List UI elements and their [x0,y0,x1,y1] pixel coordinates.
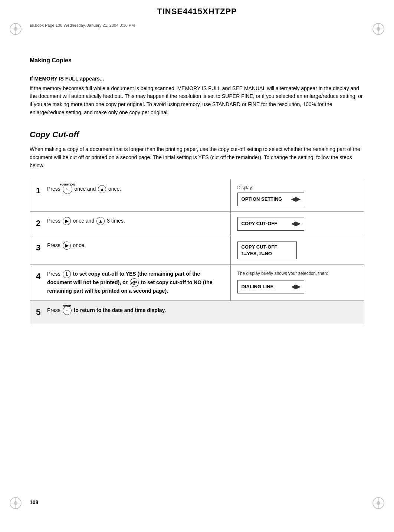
two-button[interactable]: 2ABC 2 [130,278,139,287]
section-heading: Making Copies [30,57,364,64]
one-button[interactable]: 1 [63,270,71,278]
step-2-content: Press ▶ once and ▲ 3 times. [47,217,224,225]
step-3-left: 3 Press ▶ once. [30,236,231,265]
display-arrows-2: ◀▶ [291,219,300,229]
display-box-2: COPY CUT-OFF ◀▶ [237,217,304,231]
corner-marker-bl [9,496,22,510]
step-4-content: Press 1 to set copy cut-off to YES (the … [47,270,224,295]
right-arrow-button-3[interactable]: ▶ [63,242,71,250]
step-3-once-text: once. [73,242,86,248]
step-5-text: to return to the date and time display. [74,307,166,313]
display-text-3-line1: COPY CUT-OFF [242,244,293,250]
file-info: all.book Page 108 Wednesday, January 21,… [30,23,135,27]
display-label-1: Display: [237,184,357,191]
step-1-number: 1 [36,184,47,197]
step-row-3: 3 Press ▶ once. COPY CUT-OFF 1=YES, 2=NO [30,236,364,265]
right-arrow-button-2[interactable]: ▶ [63,217,71,225]
memory-title: If MEMORY IS FULL appears... [30,75,364,83]
step-4-left: 4 Press 1 to set copy cut-off to YES (th… [30,265,231,301]
memory-body: If the memory becomes full while a docum… [30,85,364,117]
display-text-4: DIALING LINE [242,283,274,290]
display-box-4: DIALING LINE ◀▶ [237,280,304,294]
step-5-number: 5 [36,306,47,319]
step-2-number: 2 [36,217,47,230]
step-3-number: 3 [36,242,47,254]
display-arrows-4: ◀▶ [291,282,300,292]
display-note-4: The display briefly shows your selection… [237,270,357,277]
steps-table: 1 Press FUNCTION ○ once and ▲ once. Disp… [30,179,364,325]
corner-marker-tl [9,22,22,36]
stop-button[interactable]: STOP ○ [63,306,72,315]
stop-button-label: STOP [63,302,71,311]
step-1-once-text: once. [108,185,121,191]
step-4-number: 4 [36,270,47,283]
step-3-content: Press ▶ once. [47,242,224,250]
step-2-once-and-text: once and [73,218,96,224]
function-button[interactable]: FUNCTION ○ [63,184,72,194]
up-arrow-button-1[interactable]: ▲ [98,185,106,193]
step-1-content: Press FUNCTION ○ once and ▲ once. [47,184,224,194]
display-box-1: OPTION SETTING ◀▶ [237,193,304,206]
step-row-5: 5 Press STOP ○ to return to the date and… [30,301,364,324]
display-text-3-line2: 1=YES, 2=NO [242,250,293,257]
step-2-right: COPY CUT-OFF ◀▶ [230,211,364,236]
copy-cutoff-heading: Copy Cut-off [30,130,364,139]
display-text-1: OPTION SETTING [242,196,282,203]
memory-block: If MEMORY IS FULL appears... If the memo… [30,75,364,116]
display-arrows-1: ◀▶ [291,195,300,204]
page-number: 108 [30,499,38,505]
step-5-content: Press STOP ○ to return to the date and t… [47,306,358,315]
step-5-cell: 5 Press STOP ○ to return to the date and… [30,301,364,324]
step-1-right: Display: OPTION SETTING ◀▶ [230,179,364,211]
page-title: TINSE4415XHTZPP [0,0,394,20]
step-row-1: 1 Press FUNCTION ○ once and ▲ once. Disp… [30,179,364,211]
step-4-right: The display briefly shows your selection… [230,265,364,301]
corner-marker-tr [372,22,385,36]
copy-cutoff-intro: When making a copy of a document that is… [30,145,364,170]
step-1-left: 1 Press FUNCTION ○ once and ▲ once. [30,179,231,211]
step-row-2: 2 Press ▶ once and ▲ 3 times. COPY CUT-O… [30,211,364,236]
step-1-once-and-text: once and [75,185,98,191]
display-text-2: COPY CUT-OFF [242,220,278,227]
display-box-3: COPY CUT-OFF 1=YES, 2=NO [237,242,297,259]
step-row-4: 4 Press 1 to set copy cut-off to YES (th… [30,265,364,301]
up-arrow-button-2[interactable]: ▲ [96,217,105,225]
function-button-label: FUNCTION [60,181,75,188]
step-2-times-text: 3 times. [107,218,125,224]
step-2-left: 2 Press ▶ once and ▲ 3 times. [30,211,231,236]
content-area: Making Copies If MEMORY IS FULL appears.… [30,57,364,324]
corner-marker-br [372,496,385,510]
step-3-right: COPY CUT-OFF 1=YES, 2=NO [230,236,364,265]
